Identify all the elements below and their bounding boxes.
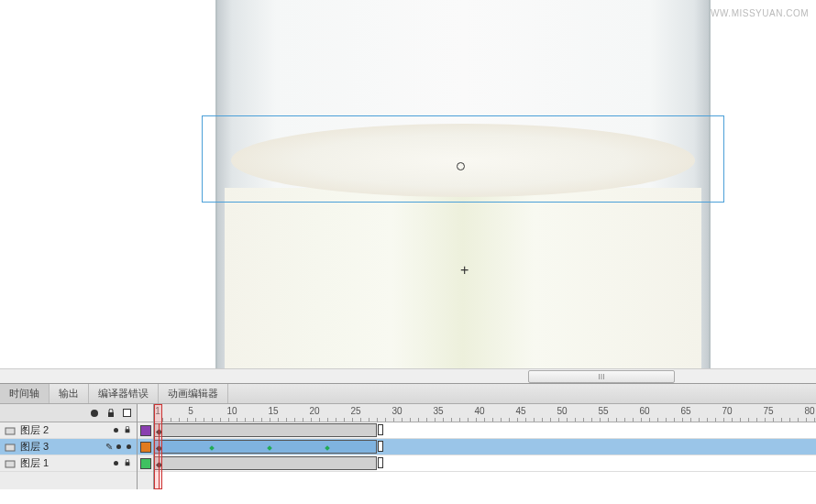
svg-rect-2 <box>6 428 15 434</box>
ruler-tick: 75 <box>763 406 773 416</box>
svg-rect-3 <box>126 429 130 433</box>
panel-tab-bar: 时间轴 输出 编译器错误 动画编辑器 <box>0 384 816 404</box>
ruler-tick: 1 <box>155 406 160 416</box>
end-frame-marker[interactable] <box>378 441 383 452</box>
lock-toggle[interactable] <box>127 444 131 449</box>
ruler-tick: 45 <box>515 406 525 416</box>
layer-row[interactable]: 图层 3 ✎ <box>0 439 137 455</box>
ruler-tick: 60 <box>639 406 649 416</box>
liquid-surface-ellipse[interactable] <box>231 124 695 197</box>
frame-ruler[interactable]: 15101520253035404550556065707580859095 <box>154 404 816 422</box>
keyframe[interactable] <box>156 429 162 435</box>
tab-label: 编译器错误 <box>98 387 149 400</box>
glass-shape <box>215 0 711 383</box>
ruler-tick: 65 <box>680 406 690 416</box>
tab-output[interactable]: 输出 <box>50 384 89 403</box>
layer-track[interactable] <box>154 455 816 472</box>
visibility-toggle[interactable] <box>116 444 121 449</box>
ruler-tick: 10 <box>226 406 237 416</box>
layer-column-header <box>0 404 137 422</box>
editing-pencil-icon: ✎ <box>105 442 113 452</box>
ruler-tick: 30 <box>391 406 402 416</box>
visibility-header-icon[interactable] <box>90 409 99 418</box>
tab-label: 输出 <box>59 387 79 400</box>
frame-span[interactable] <box>154 423 377 437</box>
watermark-url: WWW.MISSYUAN.COM <box>701 8 809 18</box>
frames-area[interactable]: 15101520253035404550556065707580859095 <box>154 404 816 489</box>
svg-rect-5 <box>6 461 15 467</box>
layer-controls <box>114 459 137 468</box>
registration-point-icon[interactable]: + <box>460 263 469 278</box>
tab-label: 时间轴 <box>9 387 39 400</box>
layer-controls <box>116 444 137 449</box>
tween-span[interactable] <box>154 440 377 454</box>
ruler-tick: 35 <box>433 406 443 416</box>
ruler-tick: 40 <box>474 406 484 416</box>
layer-controls <box>114 426 137 435</box>
svg-rect-6 <box>126 462 130 466</box>
layer-name: 图层 3 <box>20 440 102 454</box>
layer-swatch-column <box>138 404 154 489</box>
property-keyframe[interactable] <box>267 445 272 451</box>
layer-name: 图层 2 <box>20 423 110 437</box>
svg-rect-1 <box>108 412 114 417</box>
scrollbar-thumb[interactable]: III <box>528 370 675 383</box>
visibility-toggle[interactable] <box>114 428 118 433</box>
tab-timeline[interactable]: 时间轴 <box>0 384 50 403</box>
ruler-tick: 80 <box>804 406 814 416</box>
lock-toggle[interactable] <box>124 459 131 468</box>
liquid-fill <box>225 188 701 383</box>
svg-point-0 <box>91 410 98 417</box>
layer-type-icon <box>4 441 17 454</box>
layer-row[interactable]: 图层 1 <box>0 455 137 472</box>
swatch-header <box>138 404 153 422</box>
canvas-area[interactable]: 思缘设计论坛 WWW.MISSYUAN.COM + III <box>0 0 816 383</box>
keyframe[interactable] <box>156 445 162 452</box>
ruler-tick: 70 <box>722 406 732 416</box>
tab-label: 动画编辑器 <box>168 387 218 400</box>
visibility-toggle[interactable] <box>114 461 118 466</box>
outline-header-icon[interactable] <box>123 409 131 417</box>
ruler-tick: 20 <box>309 406 319 416</box>
ruler-tick: 55 <box>598 406 608 416</box>
layer-type-icon <box>4 424 17 437</box>
layer-column: 图层 2 图层 3 ✎ <box>0 404 138 489</box>
tab-motion-editor[interactable]: 动画编辑器 <box>159 384 228 403</box>
layer-color-swatch[interactable] <box>138 455 153 472</box>
layer-track[interactable] <box>154 439 816 455</box>
layer-name: 图层 1 <box>20 456 110 470</box>
layer-row[interactable]: 图层 2 <box>0 422 137 439</box>
layer-color-swatch[interactable] <box>138 439 153 455</box>
ruler-tick: 5 <box>188 406 193 416</box>
lock-header-icon[interactable] <box>106 409 116 418</box>
frame-span[interactable] <box>154 456 377 470</box>
lock-toggle[interactable] <box>124 426 131 435</box>
timeline-body: 图层 2 图层 3 ✎ <box>0 404 816 489</box>
layer-track[interactable] <box>154 422 816 439</box>
layer-type-icon <box>4 457 17 470</box>
layer-color-swatch[interactable] <box>138 422 153 439</box>
keyframe[interactable] <box>156 462 162 468</box>
svg-rect-4 <box>6 444 15 451</box>
transform-center-icon[interactable] <box>457 162 465 170</box>
ruler-tick: 25 <box>350 406 360 416</box>
tab-compiler-errors[interactable]: 编译器错误 <box>89 384 159 403</box>
end-frame-marker[interactable] <box>378 457 383 468</box>
scrollbar-grip-icon: III <box>598 372 605 381</box>
ruler-tick: 50 <box>557 406 567 416</box>
end-frame-marker[interactable] <box>378 424 383 435</box>
property-keyframe[interactable] <box>209 445 215 451</box>
timeline-panel: 时间轴 输出 编译器错误 动画编辑器 图层 2 <box>0 383 816 489</box>
horizontal-scrollbar[interactable]: III <box>0 368 816 383</box>
property-keyframe[interactable] <box>325 445 330 451</box>
ruler-tick: 15 <box>268 406 278 416</box>
